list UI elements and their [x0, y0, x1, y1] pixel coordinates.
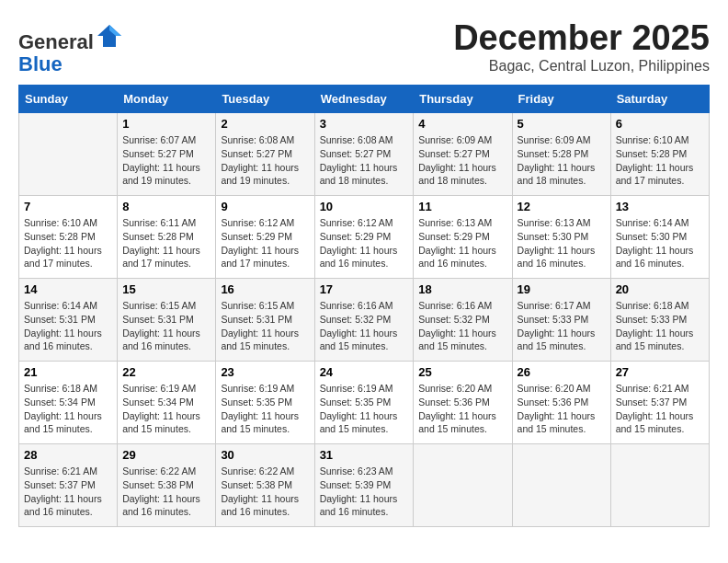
day-info: Sunrise: 6:09 AM Sunset: 5:27 PM Dayligh…	[418, 133, 506, 188]
calendar-cell: 20Sunrise: 6:18 AM Sunset: 5:33 PM Dayli…	[610, 279, 709, 362]
day-number: 9	[221, 200, 309, 213]
calendar-cell: 26Sunrise: 6:20 AM Sunset: 5:36 PM Dayli…	[512, 362, 610, 444]
location-subtitle: Bagac, Central Luzon, Philippines	[453, 58, 710, 75]
day-number: 24	[320, 365, 409, 379]
day-number: 29	[122, 448, 210, 462]
day-info: Sunrise: 6:08 AM Sunset: 5:27 PM Dayligh…	[320, 133, 409, 188]
day-info: Sunrise: 6:22 AM Sunset: 5:38 PM Dayligh…	[122, 465, 210, 519]
day-info: Sunrise: 6:14 AM Sunset: 5:31 PM Dayligh…	[24, 299, 112, 353]
weekday-header-row: SundayMondayTuesdayWednesdayThursdayFrid…	[19, 86, 710, 113]
month-title: December 2025	[453, 18, 710, 58]
day-number: 4	[418, 117, 506, 131]
day-info: Sunrise: 6:19 AM Sunset: 5:34 PM Dayligh…	[122, 382, 210, 436]
weekday-header-saturday: Saturday	[610, 86, 709, 113]
logo-icon	[96, 23, 123, 49]
day-number: 16	[221, 282, 309, 296]
logo-general-text: General	[18, 30, 94, 53]
day-info: Sunrise: 6:10 AM Sunset: 5:28 PM Dayligh…	[616, 133, 704, 188]
calendar-cell	[610, 444, 709, 527]
calendar-cell: 9Sunrise: 6:12 AM Sunset: 5:29 PM Daylig…	[216, 196, 314, 279]
day-number: 20	[616, 282, 704, 296]
calendar-cell: 30Sunrise: 6:22 AM Sunset: 5:38 PM Dayli…	[216, 444, 314, 527]
calendar-cell: 8Sunrise: 6:11 AM Sunset: 5:28 PM Daylig…	[118, 196, 216, 279]
calendar-cell: 16Sunrise: 6:15 AM Sunset: 5:31 PM Dayli…	[216, 279, 314, 362]
day-number: 10	[320, 200, 409, 213]
day-number: 25	[418, 365, 506, 379]
calendar-cell: 12Sunrise: 6:13 AM Sunset: 5:30 PM Dayli…	[512, 196, 610, 279]
calendar-cell: 24Sunrise: 6:19 AM Sunset: 5:35 PM Dayli…	[314, 362, 414, 444]
logo-blue-text: Blue	[18, 52, 63, 75]
day-number: 8	[122, 200, 210, 213]
day-info: Sunrise: 6:16 AM Sunset: 5:32 PM Dayligh…	[320, 299, 409, 353]
page-header: General Blue December 2025 Bagac, Centra…	[18, 18, 710, 75]
calendar-cell: 3Sunrise: 6:08 AM Sunset: 5:27 PM Daylig…	[314, 113, 414, 196]
day-number: 13	[616, 200, 704, 213]
calendar-cell	[414, 444, 512, 527]
day-info: Sunrise: 6:20 AM Sunset: 5:36 PM Dayligh…	[418, 382, 506, 436]
day-info: Sunrise: 6:19 AM Sunset: 5:35 PM Dayligh…	[320, 382, 409, 436]
calendar-cell: 31Sunrise: 6:23 AM Sunset: 5:39 PM Dayli…	[314, 444, 414, 527]
day-info: Sunrise: 6:09 AM Sunset: 5:28 PM Dayligh…	[518, 133, 606, 188]
title-area: December 2025 Bagac, Central Luzon, Phil…	[453, 18, 710, 75]
day-info: Sunrise: 6:12 AM Sunset: 5:29 PM Dayligh…	[221, 216, 309, 270]
day-number: 31	[320, 448, 409, 462]
weekday-header-sunday: Sunday	[19, 86, 118, 113]
day-number: 19	[518, 282, 606, 296]
calendar-cell: 4Sunrise: 6:09 AM Sunset: 5:27 PM Daylig…	[414, 113, 512, 196]
day-number: 14	[24, 282, 112, 296]
day-info: Sunrise: 6:21 AM Sunset: 5:37 PM Dayligh…	[616, 382, 704, 436]
calendar-cell: 19Sunrise: 6:17 AM Sunset: 5:33 PM Dayli…	[512, 279, 610, 362]
day-number: 5	[518, 117, 606, 131]
calendar-cell: 28Sunrise: 6:21 AM Sunset: 5:37 PM Dayli…	[19, 444, 118, 527]
weekday-header-friday: Friday	[512, 86, 610, 113]
calendar-cell	[512, 444, 610, 527]
day-number: 3	[320, 117, 409, 131]
day-info: Sunrise: 6:19 AM Sunset: 5:35 PM Dayligh…	[221, 382, 309, 436]
weekday-header-tuesday: Tuesday	[216, 86, 314, 113]
day-info: Sunrise: 6:13 AM Sunset: 5:30 PM Dayligh…	[518, 216, 606, 270]
day-number: 21	[24, 365, 112, 379]
day-info: Sunrise: 6:13 AM Sunset: 5:29 PM Dayligh…	[418, 216, 506, 270]
calendar-cell: 5Sunrise: 6:09 AM Sunset: 5:28 PM Daylig…	[512, 113, 610, 196]
day-number: 26	[518, 365, 606, 379]
calendar-cell: 13Sunrise: 6:14 AM Sunset: 5:30 PM Dayli…	[610, 196, 709, 279]
calendar-week-row: 7Sunrise: 6:10 AM Sunset: 5:28 PM Daylig…	[19, 196, 710, 279]
calendar-cell	[19, 113, 118, 196]
day-info: Sunrise: 6:11 AM Sunset: 5:28 PM Dayligh…	[122, 216, 210, 270]
day-info: Sunrise: 6:17 AM Sunset: 5:33 PM Dayligh…	[518, 299, 606, 353]
day-info: Sunrise: 6:08 AM Sunset: 5:27 PM Dayligh…	[221, 133, 309, 188]
calendar-cell: 25Sunrise: 6:20 AM Sunset: 5:36 PM Dayli…	[414, 362, 512, 444]
day-number: 27	[616, 365, 704, 379]
day-number: 2	[221, 117, 309, 131]
calendar-cell: 22Sunrise: 6:19 AM Sunset: 5:34 PM Dayli…	[118, 362, 216, 444]
calendar-cell: 21Sunrise: 6:18 AM Sunset: 5:34 PM Dayli…	[19, 362, 118, 444]
day-info: Sunrise: 6:16 AM Sunset: 5:32 PM Dayligh…	[418, 299, 506, 353]
calendar-week-row: 28Sunrise: 6:21 AM Sunset: 5:37 PM Dayli…	[19, 444, 710, 527]
calendar-cell: 29Sunrise: 6:22 AM Sunset: 5:38 PM Dayli…	[118, 444, 216, 527]
calendar-cell: 7Sunrise: 6:10 AM Sunset: 5:28 PM Daylig…	[19, 196, 118, 279]
day-number: 30	[221, 448, 309, 462]
calendar-cell: 18Sunrise: 6:16 AM Sunset: 5:32 PM Dayli…	[414, 279, 512, 362]
day-info: Sunrise: 6:15 AM Sunset: 5:31 PM Dayligh…	[122, 299, 210, 353]
calendar-cell: 17Sunrise: 6:16 AM Sunset: 5:32 PM Dayli…	[314, 279, 414, 362]
day-info: Sunrise: 6:22 AM Sunset: 5:38 PM Dayligh…	[221, 465, 309, 519]
weekday-header-monday: Monday	[118, 86, 216, 113]
day-info: Sunrise: 6:18 AM Sunset: 5:34 PM Dayligh…	[24, 382, 112, 436]
day-info: Sunrise: 6:18 AM Sunset: 5:33 PM Dayligh…	[616, 299, 704, 353]
calendar-table: SundayMondayTuesdayWednesdayThursdayFrid…	[18, 85, 710, 527]
calendar-week-row: 21Sunrise: 6:18 AM Sunset: 5:34 PM Dayli…	[19, 362, 710, 444]
day-info: Sunrise: 6:23 AM Sunset: 5:39 PM Dayligh…	[320, 465, 409, 519]
calendar-cell: 6Sunrise: 6:10 AM Sunset: 5:28 PM Daylig…	[610, 113, 709, 196]
day-info: Sunrise: 6:15 AM Sunset: 5:31 PM Dayligh…	[221, 299, 309, 353]
day-number: 11	[418, 200, 506, 213]
day-info: Sunrise: 6:20 AM Sunset: 5:36 PM Dayligh…	[518, 382, 606, 436]
day-info: Sunrise: 6:12 AM Sunset: 5:29 PM Dayligh…	[320, 216, 409, 270]
calendar-cell: 2Sunrise: 6:08 AM Sunset: 5:27 PM Daylig…	[216, 113, 314, 196]
calendar-week-row: 14Sunrise: 6:14 AM Sunset: 5:31 PM Dayli…	[19, 279, 710, 362]
day-number: 7	[24, 200, 112, 213]
day-info: Sunrise: 6:10 AM Sunset: 5:28 PM Dayligh…	[24, 216, 112, 270]
calendar-cell: 23Sunrise: 6:19 AM Sunset: 5:35 PM Dayli…	[216, 362, 314, 444]
calendar-cell: 27Sunrise: 6:21 AM Sunset: 5:37 PM Dayli…	[610, 362, 709, 444]
calendar-cell: 10Sunrise: 6:12 AM Sunset: 5:29 PM Dayli…	[314, 196, 414, 279]
day-info: Sunrise: 6:14 AM Sunset: 5:30 PM Dayligh…	[616, 216, 704, 270]
